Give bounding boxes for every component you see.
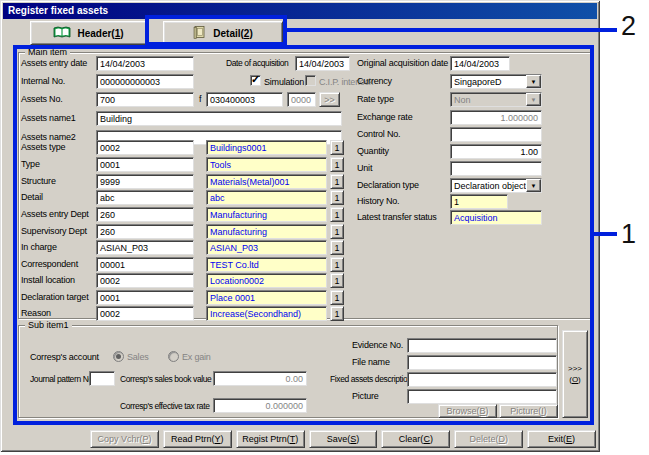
annotation-number-2: 2 [621,11,636,41]
tab-header-label: Header(1) [77,28,123,39]
regist-ptrn-button[interactable]: Regist Ptrn(T) [236,430,305,448]
open-book-icon [53,26,71,41]
clear-button[interactable]: Clear(C) [381,430,450,448]
screenshot-stage: Register fixed assets Header(1) Detail(2… [0,0,649,455]
copy-vchr-button[interactable]: Copy Vchr(P) [90,430,159,448]
delete-button[interactable]: Delete(D) [454,430,523,448]
bottom-button-bar: Copy Vchr(P) Read Ptrn(Y) Regist Ptrn(T)… [90,430,596,448]
annotation-box-2 [145,15,287,46]
tab-header[interactable]: Header(1) [30,21,147,45]
window-title: Register fixed assets [3,3,597,19]
save-button[interactable]: Save(S) [309,430,378,448]
annotation-box-1 [13,45,594,425]
annotation-number-1: 1 [621,219,636,249]
read-ptrn-button[interactable]: Read Ptrn(Y) [163,430,232,448]
annotation-line-1 [593,232,617,236]
exit-button[interactable]: Exit(E) [527,430,596,448]
annotation-line-2 [287,28,617,32]
